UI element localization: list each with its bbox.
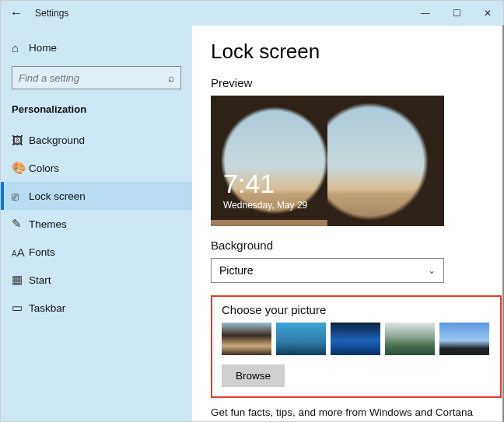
lock-screen-icon: ⎚ xyxy=(12,190,29,203)
background-value: Picture xyxy=(219,264,254,277)
sidebar-item-label: Themes xyxy=(29,218,67,230)
search-input[interactable] xyxy=(19,72,168,84)
sidebar-item-lock-screen[interactable]: ⎚ Lock screen xyxy=(1,182,192,210)
sidebar-section: Personalization xyxy=(1,99,192,126)
picture-thumb-5[interactable] xyxy=(439,323,489,355)
back-button[interactable]: ← xyxy=(1,6,32,20)
themes-icon: ✎ xyxy=(12,217,29,231)
maximize-button[interactable]: ☐ xyxy=(441,1,472,26)
choose-picture-section: Choose your picture Browse xyxy=(211,295,502,398)
picture-thumbnails xyxy=(222,323,491,355)
picture-thumb-3[interactable] xyxy=(331,323,380,355)
search-input-container[interactable]: ⌕ xyxy=(12,66,181,89)
sidebar-item-label: Colors xyxy=(29,162,59,174)
browse-button[interactable]: Browse xyxy=(222,364,285,387)
choose-picture-label: Choose your picture xyxy=(222,303,491,316)
picture-thumb-4[interactable] xyxy=(385,323,435,355)
fonts-icon: AA xyxy=(12,246,29,259)
picture-thumb-2[interactable] xyxy=(276,323,326,355)
page-title: Lock screen xyxy=(211,40,485,64)
sidebar-item-colors[interactable]: 🎨 Colors xyxy=(1,154,192,182)
sidebar-item-fonts[interactable]: AA Fonts xyxy=(1,238,192,266)
lock-screen-preview: 7:41 Wednesday, May 29 xyxy=(211,96,444,226)
start-icon: ▦ xyxy=(12,273,29,287)
preview-clock: 7:41 Wednesday, May 29 xyxy=(223,170,307,211)
minimize-button[interactable]: — xyxy=(410,1,441,26)
window-title: Settings xyxy=(32,8,68,19)
close-button[interactable]: ✕ xyxy=(472,1,503,26)
preview-date: Wednesday, May 29 xyxy=(223,200,307,211)
sidebar-item-label: Start xyxy=(29,274,51,286)
content: Lock screen Preview 7:41 Wednesday, May … xyxy=(192,26,503,421)
search-icon: ⌕ xyxy=(168,71,174,84)
taskbar-icon: ▭ xyxy=(12,301,29,315)
preview-label: Preview xyxy=(211,76,485,89)
picture-icon: 🖼 xyxy=(12,134,29,147)
sidebar-item-label: Fonts xyxy=(29,246,55,258)
background-label: Background xyxy=(211,239,485,252)
sidebar-item-start[interactable]: ▦ Start xyxy=(1,266,192,294)
sidebar-item-themes[interactable]: ✎ Themes xyxy=(1,210,192,238)
home-icon: ⌂ xyxy=(12,41,29,54)
preview-time: 7:41 xyxy=(223,170,307,197)
sidebar-home[interactable]: ⌂ Home xyxy=(1,33,192,61)
picture-thumb-1[interactable] xyxy=(222,323,271,355)
footer-text: Get fun facts, tips, and more from Windo… xyxy=(211,406,485,421)
sidebar-item-label: Taskbar xyxy=(29,302,65,314)
background-dropdown[interactable]: Picture ⌄ xyxy=(211,258,444,283)
chevron-down-icon: ⌄ xyxy=(428,265,436,276)
sidebar-home-label: Home xyxy=(29,42,57,54)
sidebar-item-background[interactable]: 🖼 Background xyxy=(1,126,192,154)
sidebar-item-taskbar[interactable]: ▭ Taskbar xyxy=(1,294,192,322)
palette-icon: 🎨 xyxy=(12,161,29,175)
titlebar: ← Settings — ☐ ✕ xyxy=(1,1,503,26)
sidebar-item-label: Background xyxy=(29,134,85,146)
sidebar-item-label: Lock screen xyxy=(29,190,86,202)
sidebar: ⌂ Home ⌕ Personalization 🖼 Background 🎨 … xyxy=(1,26,192,421)
